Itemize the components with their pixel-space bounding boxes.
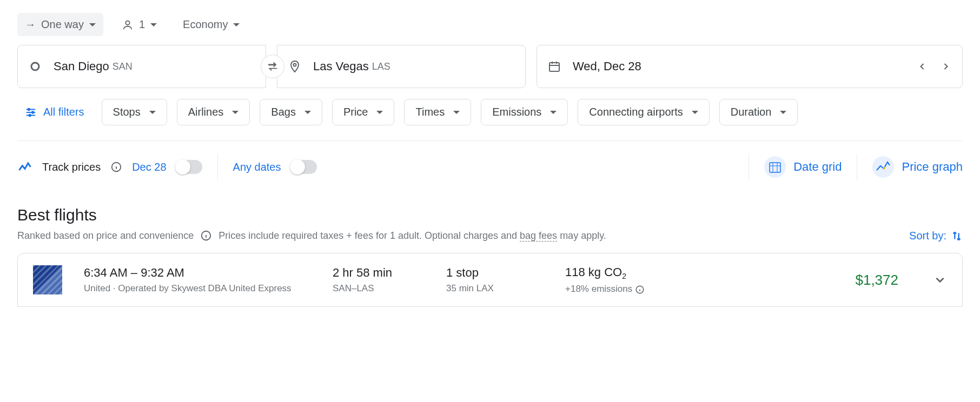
flight-duration-col: 2 hr 58 min SAN–LAS bbox=[333, 266, 425, 294]
date-grid-icon bbox=[764, 156, 786, 178]
svg-point-6 bbox=[29, 114, 31, 116]
bag-fees-link[interactable]: bag fees bbox=[520, 230, 557, 242]
svg-rect-3 bbox=[549, 63, 559, 71]
flight-price: $1,372 bbox=[855, 272, 898, 289]
chip-label: Stops bbox=[113, 106, 141, 118]
filter-chip-airlines[interactable]: Airlines bbox=[177, 99, 250, 125]
caret-down-icon bbox=[376, 111, 383, 114]
flight-route: SAN–LAS bbox=[333, 283, 425, 294]
calendar-icon bbox=[548, 60, 561, 73]
chip-label: Price bbox=[343, 106, 368, 118]
svg-point-2 bbox=[294, 64, 296, 66]
price-graph-icon bbox=[872, 156, 894, 178]
svg-point-0 bbox=[125, 21, 129, 24]
chip-label: Airlines bbox=[188, 106, 224, 118]
sort-by-button[interactable]: Sort by: bbox=[909, 230, 963, 242]
vertical-divider bbox=[857, 154, 857, 180]
date-input[interactable]: Wed, Dec 28 bbox=[537, 45, 963, 88]
person-icon bbox=[122, 19, 134, 31]
filter-chip-price[interactable]: Price bbox=[332, 99, 395, 125]
flight-operator: United · Operated by Skywest DBA United … bbox=[84, 283, 311, 294]
date-grid-button[interactable]: Date grid bbox=[764, 156, 842, 178]
flight-times-col: 6:34 AM – 9:32 AM United · Operated by S… bbox=[84, 266, 311, 294]
search-row: San Diego SAN Las Vegas LAS Wed, Dec 28 bbox=[17, 45, 963, 88]
any-dates-toggle[interactable] bbox=[291, 160, 317, 174]
flight-emissions-col: 118 kg CO2 +18% emissions bbox=[565, 265, 706, 294]
any-dates-label: Any dates bbox=[233, 161, 281, 173]
flight-emissions: 118 kg CO2 bbox=[565, 265, 706, 280]
flight-stops-col: 1 stop 35 min LAX bbox=[446, 266, 544, 294]
passenger-selector[interactable]: 1 bbox=[114, 13, 164, 36]
origin-input[interactable]: San Diego SAN bbox=[17, 45, 266, 88]
flight-times: 6:34 AM – 9:32 AM bbox=[84, 266, 311, 280]
filter-chip-connecting-airports[interactable]: Connecting airports bbox=[578, 99, 709, 125]
filter-chip-duration[interactable]: Duration bbox=[719, 99, 798, 125]
passenger-count: 1 bbox=[139, 18, 145, 31]
caret-down-icon bbox=[233, 23, 240, 26]
chip-label: Duration bbox=[731, 106, 772, 118]
track-prices-row: Track prices Dec 28 Any dates Date grid … bbox=[17, 154, 963, 180]
all-filters-label: All filters bbox=[43, 106, 84, 118]
origin-code: SAN bbox=[112, 61, 133, 72]
flight-result-card[interactable]: 6:34 AM – 9:32 AM United · Operated by S… bbox=[17, 253, 963, 307]
dest-code: LAS bbox=[372, 61, 390, 72]
right-tools: Date grid Price graph bbox=[733, 154, 963, 180]
track-date-toggle[interactable] bbox=[176, 160, 202, 174]
date-grid-label: Date grid bbox=[793, 160, 842, 174]
price-note-a: Prices include required taxes + fees for… bbox=[218, 230, 520, 241]
track-date-label: Dec 28 bbox=[132, 161, 166, 173]
airline-logo bbox=[33, 265, 62, 294]
cabin-selector[interactable]: Economy bbox=[175, 13, 247, 36]
info-icon[interactable] bbox=[200, 230, 212, 242]
origin-city: San Diego bbox=[54, 59, 109, 73]
caret-down-icon bbox=[550, 111, 557, 114]
trip-type-label: One way bbox=[41, 18, 84, 31]
trip-type-selector[interactable]: → One way bbox=[17, 13, 103, 36]
flight-emissions-pct: +18% emissions bbox=[565, 284, 706, 294]
caret-down-icon bbox=[232, 111, 239, 114]
price-graph-button[interactable]: Price graph bbox=[872, 156, 963, 178]
svg-point-8 bbox=[764, 156, 786, 178]
flight-layover: 35 min LAX bbox=[446, 283, 544, 294]
filter-chip-stops[interactable]: Stops bbox=[102, 99, 167, 125]
filter-chip-times[interactable]: Times bbox=[404, 99, 471, 125]
vertical-divider bbox=[749, 154, 749, 180]
location-pin-icon bbox=[288, 60, 301, 73]
track-any-dates: Any dates bbox=[233, 160, 317, 174]
track-prices-label: Track prices bbox=[42, 161, 101, 173]
svg-point-4 bbox=[28, 108, 30, 110]
circle-icon bbox=[29, 60, 42, 73]
destination-input[interactable]: Las Vegas LAS bbox=[277, 45, 526, 88]
svg-point-11 bbox=[883, 167, 885, 169]
chip-label: Bags bbox=[271, 106, 296, 118]
caret-down-icon bbox=[150, 23, 157, 26]
info-icon[interactable] bbox=[110, 161, 122, 173]
chevron-down-icon[interactable] bbox=[933, 273, 947, 287]
chevron-left-icon[interactable] bbox=[917, 61, 928, 72]
flight-duration: 2 hr 58 min bbox=[333, 266, 425, 280]
info-icon[interactable] bbox=[635, 285, 645, 294]
sort-by-label: Sort by: bbox=[909, 230, 946, 242]
chip-label: Emissions bbox=[492, 106, 541, 118]
caret-down-icon bbox=[149, 111, 156, 114]
track-left: Track prices Dec 28 bbox=[17, 159, 202, 175]
date-nav bbox=[917, 61, 951, 72]
caret-down-icon bbox=[692, 111, 698, 114]
chip-label: Times bbox=[415, 106, 445, 118]
price-note-b: may apply. bbox=[557, 230, 606, 241]
chevron-right-icon[interactable] bbox=[941, 61, 951, 72]
swap-button[interactable] bbox=[261, 55, 284, 78]
filter-icon bbox=[25, 106, 37, 118]
arrow-right-icon: → bbox=[25, 18, 36, 31]
caret-down-icon bbox=[780, 111, 786, 114]
emissions-value: 118 kg CO bbox=[565, 265, 622, 279]
filter-chip-bags[interactable]: Bags bbox=[260, 99, 322, 125]
ranking-note: Ranked based on price and convenience bbox=[17, 230, 194, 242]
filter-chip-emissions[interactable]: Emissions bbox=[481, 99, 568, 125]
all-filters-button[interactable]: All filters bbox=[17, 100, 92, 124]
chip-label: Connecting airports bbox=[589, 106, 683, 118]
trend-icon bbox=[17, 159, 32, 175]
vertical-divider bbox=[217, 154, 218, 180]
swap-icon bbox=[267, 61, 279, 72]
trip-options-row: → One way 1 Economy bbox=[17, 13, 963, 36]
